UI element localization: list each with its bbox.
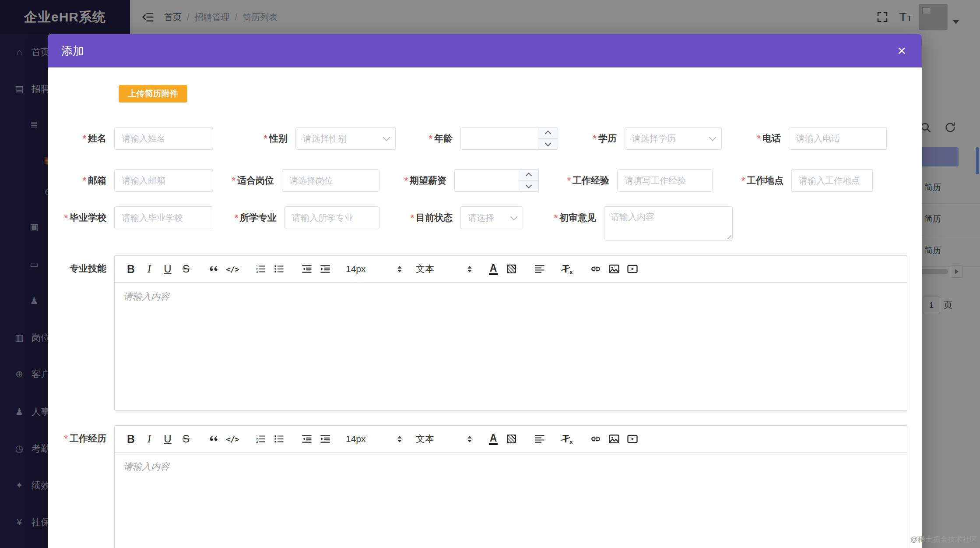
select-placeholder: 请选择学历 xyxy=(632,133,676,145)
salary-decrement-button[interactable] xyxy=(519,181,538,192)
outdent-button[interactable] xyxy=(298,260,316,278)
position-input[interactable] xyxy=(282,169,379,192)
review-textarea[interactable] xyxy=(604,207,732,240)
list-ordered-button[interactable]: 123 xyxy=(251,430,270,448)
age-stepper xyxy=(460,127,558,150)
education-label: *学历 xyxy=(564,127,617,150)
dialog-title: 添加 xyxy=(61,43,84,59)
required-asterisk: * xyxy=(567,175,571,185)
close-icon[interactable]: × xyxy=(897,43,906,58)
stepper-controls xyxy=(519,170,538,191)
background-button[interactable] xyxy=(502,430,521,448)
link-button[interactable] xyxy=(587,430,605,448)
editor-placeholder: 请输入内容 xyxy=(123,290,169,303)
name-label: *姓名 xyxy=(54,127,106,150)
review-textarea-wrap xyxy=(604,206,733,240)
required-asterisk: * xyxy=(235,212,238,223)
outdent-button[interactable] xyxy=(298,430,316,448)
style-picker-button[interactable]: 文本 xyxy=(414,260,474,278)
status-select[interactable]: 请选择 xyxy=(460,206,523,229)
video-button[interactable] xyxy=(623,430,642,448)
size-picker-button[interactable]: 14px xyxy=(344,260,404,278)
updown-caret-icon xyxy=(467,436,472,442)
gender-select[interactable]: 请选择性别 xyxy=(295,127,396,150)
work-history-editor-content[interactable]: 请输入内容 xyxy=(115,453,907,548)
experience-input[interactable] xyxy=(617,169,713,192)
location-input[interactable] xyxy=(791,169,873,192)
phone-input[interactable] xyxy=(789,127,887,150)
list-bullet-button[interactable] xyxy=(270,430,288,448)
list-bullet-button[interactable] xyxy=(270,260,288,278)
school-label: *毕业学校 xyxy=(54,206,106,229)
background-button[interactable] xyxy=(502,260,521,278)
image-button[interactable] xyxy=(605,430,623,448)
skills-editor-content[interactable]: 请输入内容 xyxy=(115,283,907,410)
salary-input[interactable] xyxy=(455,170,519,191)
salary-stepper xyxy=(454,169,539,192)
image-button[interactable] xyxy=(605,260,623,278)
dropdown-label: 文本 xyxy=(416,433,434,445)
clean-button[interactable]: Tx xyxy=(558,430,577,448)
required-asterisk: * xyxy=(593,133,597,143)
indent-button[interactable] xyxy=(316,260,334,278)
caret-up-icon xyxy=(545,131,551,137)
work-history-editor-toolbar: BIUS</>12314px文本ATx xyxy=(115,426,907,453)
style-picker-button[interactable]: 文本 xyxy=(414,430,474,448)
italic-button[interactable]: I xyxy=(140,260,158,278)
strike-button[interactable]: S xyxy=(177,260,195,278)
email-label: *邮箱 xyxy=(54,169,106,192)
indent-button[interactable] xyxy=(316,430,334,448)
video-button[interactable] xyxy=(623,260,642,278)
dialog-body: 上传简历附件 *姓名*性别请选择性别*年龄*学历请选择学历*电话*邮箱*适合岗位… xyxy=(48,67,922,548)
clean-x-glyph: x xyxy=(569,268,573,276)
list-ordered-button[interactable]: 123 xyxy=(251,260,270,278)
required-asterisk: * xyxy=(404,175,408,185)
caret-up-icon xyxy=(526,173,532,179)
size-picker-button[interactable]: 14px xyxy=(344,430,404,448)
bold-button[interactable]: B xyxy=(122,260,140,278)
italic-button[interactable]: I xyxy=(140,430,158,448)
align-button[interactable] xyxy=(530,430,549,448)
underline-button[interactable]: U xyxy=(158,430,177,448)
required-asterisk: * xyxy=(232,175,235,185)
underline-button[interactable]: U xyxy=(158,260,177,278)
color-button[interactable]: A xyxy=(484,260,502,278)
caret-down-icon xyxy=(526,182,532,188)
link-button[interactable] xyxy=(587,260,605,278)
strike-button[interactable]: S xyxy=(177,430,195,448)
major-input[interactable] xyxy=(285,206,379,229)
age-increment-button[interactable] xyxy=(538,127,558,139)
email-input[interactable] xyxy=(114,169,213,192)
highlight-swatch-icon xyxy=(507,435,516,443)
font-color-glyph: A xyxy=(489,263,498,275)
code-block-button[interactable]: </> xyxy=(223,260,242,278)
bold-button[interactable]: B xyxy=(122,430,140,448)
blockquote-button[interactable] xyxy=(205,430,223,448)
code-block-button[interactable]: </> xyxy=(223,430,242,448)
age-label: *年龄 xyxy=(400,127,453,150)
required-asterisk: * xyxy=(741,175,745,185)
clean-x-glyph: x xyxy=(569,438,573,445)
clean-t-glyph: T xyxy=(562,433,569,445)
blockquote-button[interactable] xyxy=(205,260,223,278)
color-button[interactable]: A xyxy=(484,430,502,448)
select-placeholder: 请选择 xyxy=(468,212,494,224)
align-button[interactable] xyxy=(530,260,549,278)
required-asterisk: * xyxy=(554,212,558,223)
clean-button[interactable]: Tx xyxy=(558,260,577,278)
age-decrement-button[interactable] xyxy=(538,139,558,150)
required-asterisk: * xyxy=(411,212,414,223)
age-input[interactable] xyxy=(461,127,538,149)
skills-editor-toolbar: BIUS</>12314px文本ATx xyxy=(115,256,907,283)
education-select[interactable]: 请选择学历 xyxy=(625,127,722,150)
svg-text:3: 3 xyxy=(256,440,258,444)
chevron-down-icon xyxy=(383,134,390,141)
name-input[interactable] xyxy=(114,127,213,150)
dropdown-label: 14px xyxy=(346,434,366,444)
school-input[interactable] xyxy=(114,206,213,229)
required-asterisk: * xyxy=(83,175,86,185)
salary-increment-button[interactable] xyxy=(519,170,538,181)
required-asterisk: * xyxy=(264,133,267,143)
upload-resume-button[interactable]: 上传简历附件 xyxy=(119,85,187,103)
dropdown-label: 14px xyxy=(346,264,366,274)
